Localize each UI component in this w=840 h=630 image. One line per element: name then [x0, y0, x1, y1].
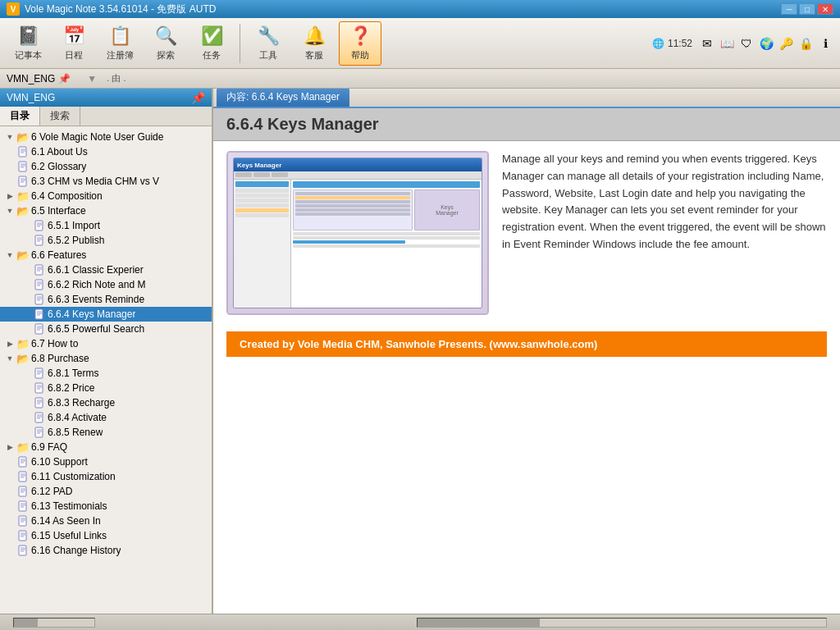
sidebar-scrollbar[interactable]: [13, 618, 95, 628]
content-tab-active[interactable]: 内容: 6.6.4 Keys Manager: [217, 89, 349, 107]
shield-icon[interactable]: 🛡: [738, 35, 755, 52]
tree-expander-icon[interactable]: [20, 426, 33, 439]
page-icon: [33, 293, 46, 306]
content-scrollbar[interactable]: [417, 618, 827, 628]
tree-item[interactable]: 6.15 Useful Links: [0, 528, 212, 543]
minimize-button[interactable]: ─: [781, 3, 797, 15]
page-icon: [33, 219, 46, 232]
tree-expander-icon[interactable]: ▼: [3, 249, 16, 262]
tree-expander-icon[interactable]: [3, 514, 16, 527]
tree-expander-icon[interactable]: ▶: [3, 441, 16, 454]
tree-item[interactable]: 6.12 PAD: [0, 484, 212, 499]
tree-expander-icon[interactable]: [3, 485, 16, 498]
tree-item[interactable]: 6.14 As Seen In: [0, 514, 212, 528]
close-button[interactable]: ✕: [817, 3, 833, 15]
tree-expander-icon[interactable]: [3, 145, 16, 158]
tree-item[interactable]: 6.6.2 Rich Note and M: [0, 277, 212, 292]
toolbar-search[interactable]: 🔍 探索: [144, 21, 187, 66]
tree-item[interactable]: 6.5.1 Import: [0, 218, 212, 233]
tree-item[interactable]: ▼📂6 Vole Magic Note User Guide: [0, 130, 212, 144]
tree-expander-icon[interactable]: [20, 234, 33, 247]
tree-expander-icon[interactable]: [20, 219, 33, 232]
tree-item-label: 6.8.2 Price: [48, 382, 94, 394]
book-icon[interactable]: 📖: [719, 35, 735, 52]
key-icon[interactable]: 🔑: [778, 35, 794, 52]
toolbar-notebook[interactable]: 📓 记事本: [7, 21, 49, 66]
tree-item[interactable]: 6.11 Customization: [0, 469, 212, 484]
tree-expander-icon[interactable]: [3, 455, 16, 468]
titlebar-controls[interactable]: ─ □ ✕: [781, 3, 833, 15]
sidebar-title: VMN_ENG: [7, 92, 55, 103]
tree-expander-icon[interactable]: [20, 308, 33, 321]
tree-expander-icon[interactable]: ▼: [3, 130, 16, 144]
tree-expander-icon[interactable]: [20, 322, 33, 336]
tree-expander-icon[interactable]: [3, 470, 16, 483]
time-display: 11:52: [668, 38, 692, 49]
toolbar-register[interactable]: 📋 注册簿: [98, 21, 141, 66]
tree-item[interactable]: 6.6.3 Events Reminde: [0, 292, 212, 307]
tree-item-label: 6.2 Glossary: [31, 161, 86, 172]
restore-button[interactable]: □: [799, 3, 815, 15]
info-icon[interactable]: ℹ: [817, 35, 833, 52]
tree-expander-icon[interactable]: [20, 396, 33, 409]
tree-expander-icon[interactable]: [20, 263, 33, 276]
tree-item[interactable]: 6.13 Testimonials: [0, 499, 212, 514]
tree-expander-icon[interactable]: [3, 500, 16, 513]
toolbar-schedule[interactable]: 📅 日程: [52, 21, 95, 66]
tree-item[interactable]: ▶📁6.7 How to: [0, 336, 212, 351]
sidebar-pin-button[interactable]: 📌: [191, 91, 205, 104]
tree-expander-icon[interactable]: ▶: [3, 337, 16, 350]
tree-expander-icon[interactable]: [3, 175, 16, 188]
tree-item[interactable]: 6.2 Glossary: [0, 159, 212, 174]
tree-item[interactable]: 6.6.5 Powerful Search: [0, 322, 212, 336]
tree-expander-icon[interactable]: ▶: [3, 189, 16, 203]
tree-expander-icon[interactable]: [3, 160, 16, 173]
page-icon: [16, 544, 30, 557]
tree-item[interactable]: 6.8.1 Terms: [0, 366, 212, 381]
tree-item[interactable]: ▼📂6.5 Interface: [0, 203, 212, 218]
tree-expander-icon[interactable]: [20, 411, 33, 424]
toolbar-service[interactable]: 🔔 客服: [293, 21, 336, 66]
tree-expander-icon[interactable]: [3, 544, 16, 557]
tree-item-label: 6.5 Interface: [31, 205, 86, 217]
lock-icon[interactable]: 🔒: [797, 35, 814, 52]
folder-icon: 📁: [16, 189, 30, 203]
tree-item[interactable]: ▶📁6.4 Composition: [0, 189, 212, 203]
tree-item[interactable]: 6.5.2 Publish: [0, 233, 212, 248]
tree-expander-icon[interactable]: [20, 293, 33, 306]
tree-item[interactable]: ▼📂6.6 Features: [0, 248, 212, 262]
globe-icon[interactable]: 🌍: [758, 35, 774, 52]
toolbar-search-label: 探索: [157, 49, 175, 62]
tree-item[interactable]: 6.10 Support: [0, 454, 212, 469]
tree-expander-icon[interactable]: [20, 278, 33, 291]
navbar: VMN_ENG 📌 ▼ . 由 .: [0, 69, 840, 89]
sidebar-content[interactable]: ▼📂6 Vole Magic Note User Guide6.1 About …: [0, 126, 212, 614]
mail-icon[interactable]: ✉: [699, 35, 715, 52]
tree-item[interactable]: 6.3 CHM vs Media CHM vs V: [0, 174, 212, 189]
tree-expander-icon[interactable]: [20, 367, 33, 380]
tree-expander-icon[interactable]: ▼: [3, 204, 16, 217]
tree-item[interactable]: 6.6.4 Keys Manager: [0, 307, 212, 322]
folder-icon: 📂: [16, 204, 30, 217]
nav-pin[interactable]: 📌: [58, 73, 71, 84]
toolbar-tools[interactable]: 🔧 工具: [247, 21, 290, 66]
tree-item[interactable]: ▼📂6.8 Purchase: [0, 351, 212, 366]
toolbar-help[interactable]: ❓ 帮助: [339, 21, 381, 66]
tab-toc[interactable]: 目录: [0, 107, 40, 126]
folder-icon: 📂: [16, 352, 30, 365]
tree-item[interactable]: 6.8.3 Recharge: [0, 395, 212, 410]
tree-expander-icon[interactable]: ▼: [3, 352, 16, 365]
tree-expander-icon[interactable]: [20, 381, 33, 395]
tree-item[interactable]: 6.8.4 Activate: [0, 410, 212, 425]
tree-item[interactable]: 6.8.2 Price: [0, 381, 212, 395]
toolbar-tools-label: 工具: [259, 49, 277, 62]
tree-expander-icon[interactable]: [3, 529, 16, 542]
tree-item[interactable]: 6.16 Change History: [0, 543, 212, 558]
tree-item[interactable]: 6.1 About Us: [0, 144, 212, 159]
tab-search[interactable]: 搜索: [40, 107, 80, 126]
content-screenshot: Keys Manager: [226, 151, 489, 315]
tree-item[interactable]: ▶📁6.9 FAQ: [0, 440, 212, 454]
toolbar-task[interactable]: ✅ 任务: [190, 21, 233, 66]
tree-item[interactable]: 6.6.1 Classic Experier: [0, 262, 212, 277]
tree-item[interactable]: 6.8.5 Renew: [0, 425, 212, 440]
